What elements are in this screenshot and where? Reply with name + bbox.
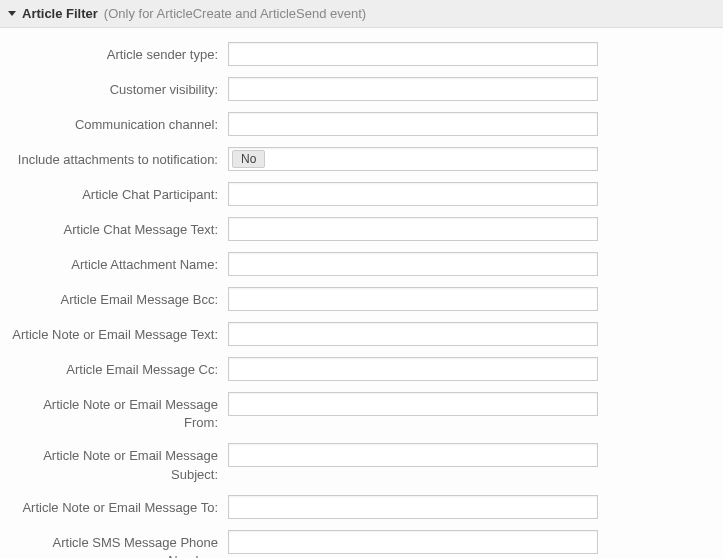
row-include-attachments: Include attachments to notification: No <box>8 147 715 171</box>
input-email-cc[interactable] <box>228 357 598 381</box>
label-communication-channel: Communication channel: <box>8 112 228 134</box>
label-chat-message-text: Article Chat Message Text: <box>8 217 228 239</box>
input-note-email-to[interactable] <box>228 495 598 519</box>
section-header[interactable]: Article Filter (Only for ArticleCreate a… <box>0 0 723 28</box>
section-subtitle: (Only for ArticleCreate and ArticleSend … <box>104 6 366 21</box>
label-article-sender-type: Article sender type: <box>8 42 228 64</box>
input-chat-participant[interactable] <box>228 182 598 206</box>
row-customer-visibility: Customer visibility: <box>8 77 715 101</box>
label-email-bcc: Article Email Message Bcc: <box>8 287 228 309</box>
label-note-email-to: Article Note or Email Message To: <box>8 495 228 517</box>
collapse-icon <box>8 11 16 16</box>
input-attachment-name[interactable] <box>228 252 598 276</box>
label-customer-visibility: Customer visibility: <box>8 77 228 99</box>
row-sms-phone: Article SMS Message Phone Number: <box>8 530 715 558</box>
select-include-attachments[interactable]: No <box>228 147 598 171</box>
label-sms-phone: Article SMS Message Phone Number: <box>8 530 228 558</box>
label-email-cc: Article Email Message Cc: <box>8 357 228 379</box>
label-include-attachments: Include attachments to notification: <box>8 147 228 169</box>
label-note-email-subject: Article Note or Email Message Subject: <box>8 443 228 483</box>
row-note-email-from: Article Note or Email Message From: <box>8 392 715 432</box>
row-article-sender-type: Article sender type: <box>8 42 715 66</box>
row-note-email-subject: Article Note or Email Message Subject: <box>8 443 715 483</box>
row-email-cc: Article Email Message Cc: <box>8 357 715 381</box>
form-body: Article sender type: Customer visibility… <box>0 28 723 558</box>
row-note-email-to: Article Note or Email Message To: <box>8 495 715 519</box>
label-chat-participant: Article Chat Participant: <box>8 182 228 204</box>
input-note-email-from[interactable] <box>228 392 598 416</box>
input-note-email-text[interactable] <box>228 322 598 346</box>
input-email-bcc[interactable] <box>228 287 598 311</box>
tag-no[interactable]: No <box>232 150 265 168</box>
input-customer-visibility[interactable] <box>228 77 598 101</box>
row-note-email-text: Article Note or Email Message Text: <box>8 322 715 346</box>
row-communication-channel: Communication channel: <box>8 112 715 136</box>
input-chat-message-text[interactable] <box>228 217 598 241</box>
row-chat-participant: Article Chat Participant: <box>8 182 715 206</box>
label-note-email-from: Article Note or Email Message From: <box>8 392 228 432</box>
row-attachment-name: Article Attachment Name: <box>8 252 715 276</box>
label-attachment-name: Article Attachment Name: <box>8 252 228 274</box>
row-chat-message-text: Article Chat Message Text: <box>8 217 715 241</box>
input-communication-channel[interactable] <box>228 112 598 136</box>
section-title: Article Filter <box>22 6 98 21</box>
input-article-sender-type[interactable] <box>228 42 598 66</box>
row-email-bcc: Article Email Message Bcc: <box>8 287 715 311</box>
input-note-email-subject[interactable] <box>228 443 598 467</box>
input-sms-phone[interactable] <box>228 530 598 554</box>
label-note-email-text: Article Note or Email Message Text: <box>8 322 228 344</box>
